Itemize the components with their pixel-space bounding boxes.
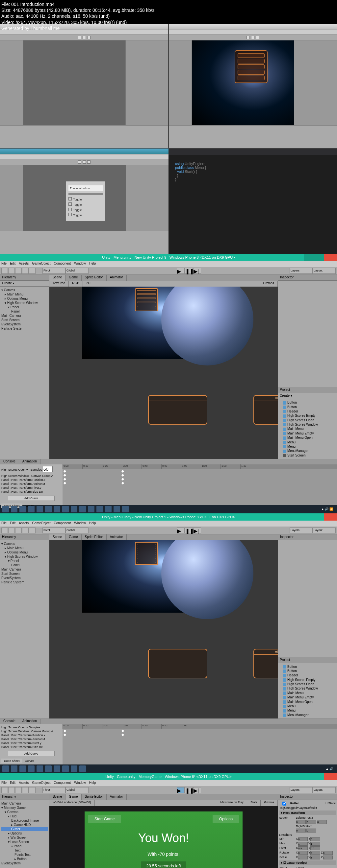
- maximize-button[interactable]: [314, 254, 324, 261]
- scene-view[interactable]: High Scores: [49, 287, 278, 459]
- menu-bar[interactable]: FileEditAssetsGameObjectComponentWindowH…: [0, 261, 337, 267]
- window-titlebar[interactable]: Unity - Menu.unity - New Unity Project 9…: [0, 254, 337, 261]
- pause-button[interactable]: ❚❚: [185, 268, 193, 274]
- unity-editor-thumb-3: This is a button Toggle Toggle Toggle To…: [0, 149, 169, 254]
- thumb-row-2: This is a button Toggle Toggle Toggle To…: [0, 149, 337, 254]
- layout-dropdown[interactable]: Layout: [313, 268, 336, 274]
- rotate-tool[interactable]: [15, 268, 22, 274]
- win-screen: Start Game Options You Won! With -70 poi…: [85, 811, 243, 868]
- win-title: You Won!: [94, 831, 233, 845]
- start-button[interactable]: [2, 506, 9, 513]
- animation-panel: ConsoleAnimation High Scores Open ▾ Samp…: [0, 459, 337, 505]
- close-button[interactable]: [324, 514, 337, 521]
- time-text: 28.55 seconds left: [141, 861, 186, 868]
- step-button[interactable]: ▶|: [193, 268, 201, 274]
- system-tray[interactable]: ▲ 🔊 📶: [321, 507, 336, 511]
- global-toggle[interactable]: Global: [65, 268, 88, 274]
- hierarchy-tree[interactable]: ▾ Canvas ▸ Main Menu ▸ Options Menu ▾ Hi…: [0, 287, 49, 332]
- game-main-menu: [235, 50, 268, 83]
- project-tree[interactable]: Button Button Header High Scores Empty H…: [278, 399, 337, 459]
- unity-editor-thumb-1: [0, 24, 169, 149]
- options-button[interactable]: Options: [213, 815, 239, 823]
- play-button[interactable]: ▶: [177, 268, 185, 274]
- unity-editor-thumb-2: [169, 24, 337, 149]
- inspector-panel: Inspector Gutter ☐ Static Tag Untagged ▾…: [278, 794, 337, 868]
- close-button[interactable]: [324, 254, 337, 261]
- pivot-toggle[interactable]: Pivot: [43, 268, 65, 274]
- video-overlay: File: 001 Introduction.mp4 Size: 4487688…: [0, 0, 156, 33]
- options-panel[interactable]: [148, 395, 207, 425]
- hand-tool[interactable]: [1, 268, 8, 274]
- layers-dropdown[interactable]: Layers: [290, 268, 313, 274]
- scale-tool[interactable]: [22, 268, 29, 274]
- unity-window-2: Unity - Menu.unity - New Unity Project 9…: [0, 514, 337, 773]
- add-curve-button[interactable]: Add Curve: [8, 496, 55, 501]
- move-tool[interactable]: [8, 268, 15, 274]
- unity-window-3: Unity - Game.unity - MemoryGame - Window…: [0, 773, 337, 868]
- unity-window-1: Unity - Menu.unity - New Unity Project 9…: [0, 254, 337, 514]
- points-text: With -70 points!: [94, 851, 233, 857]
- highscores-panel[interactable]: High Scores: [253, 395, 278, 425]
- play-button[interactable]: ▶: [177, 787, 185, 793]
- hierarchy-tree[interactable]: Main Camera ▾ Memory Game ▾ Canvas ▾ Hud…: [0, 800, 49, 867]
- visual-studio-thumb: using UnityEngine; public class Menu { v…: [169, 149, 337, 254]
- windows-taskbar[interactable]: ▲ 🔊 📶: [0, 505, 337, 514]
- close-button[interactable]: [324, 773, 337, 780]
- inspector-panel: Inspector Project Create ▾ Button Button…: [278, 275, 337, 459]
- start-game-button[interactable]: Start Game: [88, 815, 121, 823]
- toolbar: Pivot Global ▶ ❚❚ ▶| Layers Layout: [0, 267, 337, 275]
- ui-sample-panel: This is a button Toggle Toggle Toggle To…: [66, 181, 105, 221]
- minimize-button[interactable]: [304, 254, 314, 261]
- scene-tabs[interactable]: Scene Game Sprite Editor Animator: [49, 275, 278, 281]
- animation-timeline[interactable]: 0:000:100:200:300:400:501:001:101:201:30: [62, 464, 337, 505]
- rect-tool[interactable]: [29, 268, 35, 274]
- hierarchy-panel: Hierarchy Create ▾ ▾ Canvas ▸ Main Menu …: [0, 275, 49, 459]
- game-view[interactable]: Start Game Options You Won! With -70 poi…: [49, 806, 278, 868]
- thumb-row-1: [0, 24, 337, 149]
